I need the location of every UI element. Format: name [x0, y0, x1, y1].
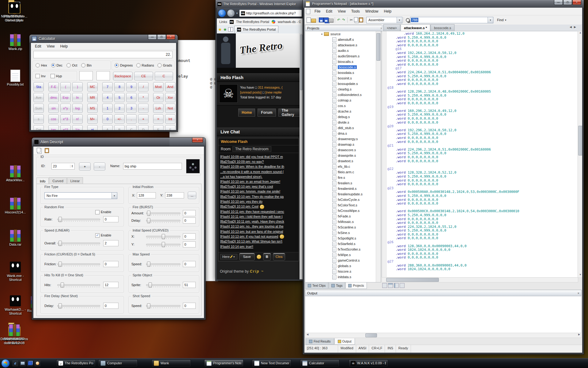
link-retrobytes[interactable]: The RetroBytes Portal	[236, 20, 269, 24]
calc-key-D[interactable]: D	[138, 125, 149, 130]
calc-key-F[interactable]: F	[165, 125, 175, 130]
checkbox-hyp[interactable]: Hyp	[51, 74, 62, 78]
tree-item-gameControl_s[interactable]: gameControl.s	[305, 258, 381, 263]
hits-value[interactable]: 12	[103, 282, 119, 288]
calc-key-A[interactable]: A	[102, 125, 113, 130]
friction-value[interactable]: 0	[103, 261, 119, 267]
dock-icon[interactable]	[400, 283, 405, 288]
desktop-icon-wank-zip[interactable]: Wank.zip	[2, 34, 28, 51]
calc-key-MR[interactable]: MR	[87, 93, 98, 102]
tree-item-clearbg_s[interactable]: clearbg.s	[305, 86, 381, 92]
calc-key-log[interactable]: log	[72, 104, 83, 113]
calc-key-Mod[interactable]: Mod	[153, 82, 164, 91]
menu-window[interactable]: Window	[363, 8, 381, 14]
smiley-icon[interactable]	[257, 255, 261, 259]
find-button[interactable]: Find▼	[497, 18, 507, 22]
id-spinner[interactable]: 23 ▲▼	[51, 163, 75, 170]
favorites-star-icon[interactable]: ★	[218, 27, 222, 32]
calc-key-7[interactable]: 7	[102, 82, 113, 91]
copy-icon[interactable]	[354, 17, 359, 22]
find-icon[interactable]	[405, 17, 410, 22]
menu-help[interactable]: Help	[381, 8, 394, 14]
backspace-button[interactable]: Backspace	[113, 72, 133, 80]
tree-item-bossupdate_s[interactable]: bossupdate.s	[305, 81, 381, 86]
close-button[interactable]: ×	[192, 138, 203, 143]
chat-message[interactable]: [Flash] 10:11 pm: they have requested i …	[220, 209, 297, 214]
calc-key-And[interactable]: And	[165, 82, 175, 91]
save-icon[interactable]	[319, 17, 324, 22]
tree-item-dma_s[interactable]: dma.s	[305, 131, 381, 136]
tree-item-fxColorText_s[interactable]: fxColorText.s	[305, 202, 381, 208]
close-button[interactable]: ×	[572, 0, 581, 5]
tree-item-bossdata_s[interactable]: bossdata.s	[305, 70, 381, 75]
save-button[interactable]: Save	[239, 253, 255, 260]
desktop-icon-hiscore2-14[interactable]: Hiscore2(14...	[2, 198, 28, 214]
calc-key-pi[interactable]: pi	[87, 125, 98, 130]
calc-key-5[interactable]: 5	[114, 93, 125, 102]
calc-key-_[interactable]: )	[72, 82, 83, 91]
taskbar-button-computer[interactable]: Computer	[98, 359, 138, 367]
name-field[interactable]: big ship	[123, 163, 182, 170]
friction-slider[interactable]	[57, 261, 100, 267]
tab-info[interactable]: Info	[36, 178, 49, 184]
quicklaunch-ie-icon[interactable]: e	[12, 360, 18, 366]
output-tab-output[interactable]: Output	[334, 338, 355, 345]
tree-item-fxSpotlight_s[interactable]: fxSpotlight.s	[305, 236, 381, 241]
link-warhawk[interactable]: warhawk-ds - G	[278, 20, 301, 24]
radio-bin[interactable]: Bin	[81, 63, 92, 67]
calc-key-C[interactable]: C	[126, 125, 137, 130]
checkbox-inv[interactable]: Inv	[36, 74, 46, 78]
code-editor[interactable]: .word 160,264,2,1024,0,49,12,0 .word 5,2…	[382, 31, 578, 278]
new-file-icon[interactable]	[306, 17, 311, 22]
tree-item-attackwave_s[interactable]: attackwave.s	[305, 42, 381, 48]
calc-key-_[interactable]: +	[138, 114, 149, 124]
calc-key-M_[interactable]: M+	[87, 114, 98, 124]
calc-key-Dat[interactable]: Dat	[33, 125, 44, 130]
desktop-icon-test-exe[interactable]: test.exe	[0, 2, 28, 18]
maximize-button[interactable]: □	[157, 35, 166, 40]
calc-key-1[interactable]: 1	[102, 104, 113, 113]
overall-value[interactable]: 2	[103, 240, 119, 246]
desktop-icon-possibly-txt[interactable]: Possibly.txt	[2, 70, 28, 86]
calculator-titlebar[interactable]: Calculator — □ ×	[29, 35, 178, 43]
minimize-button[interactable]: —	[554, 0, 563, 5]
chat-message[interactable]: [BaDToaD] 10:10 pm: jeez that's cool	[220, 184, 297, 189]
burst-amount-value[interactable]: 0	[183, 210, 196, 216]
chat-log[interactable]: [Flash] 10:09 pm: did you heat that PPOT…	[218, 153, 299, 250]
initial-speed-y-slider[interactable]	[146, 241, 180, 247]
fire-type-dropdown[interactable]: No Fire▼	[44, 192, 117, 199]
initial-x-field[interactable]: 128	[137, 192, 156, 198]
back-button[interactable]: ←	[218, 9, 226, 17]
taskbar-button-new-text-documen[interactable]: New Text Documen...	[252, 359, 291, 367]
menu-help[interactable]: Help	[57, 43, 70, 49]
chat-message[interactable]: [Flash] 10:09 pm: When is the deadline f…	[220, 164, 297, 169]
paste-icon[interactable]	[44, 148, 49, 153]
redo-icon[interactable]: ↷	[341, 17, 346, 22]
tree-item-fxColorCycle_s[interactable]: fxColorCycle.s	[305, 197, 381, 202]
initial-y-field[interactable]: 238	[165, 192, 184, 198]
taskbar-button-w-a-n-k-v1-0-09-by[interactable]: ☠W.A.N.K v1.0.09 - By...	[349, 359, 388, 367]
tree-item-divide_s[interactable]: divide.s	[305, 120, 381, 125]
tree-item-fxFade_s[interactable]: fxFade.s	[305, 213, 381, 219]
paste-icon[interactable]	[359, 17, 364, 22]
tree-root-source[interactable]: ▾ source	[305, 31, 381, 37]
calc-key-Not[interactable]: Not	[165, 104, 175, 113]
calc-key-F_E[interactable]: F-E	[48, 82, 59, 91]
tab-curved[interactable]: Curved	[49, 177, 66, 184]
tree-item-drawtext_s[interactable]: drawtext.s	[305, 158, 381, 164]
tree-item-fxMosaic_s[interactable]: fxMosaic.s	[305, 219, 381, 224]
chat-message[interactable]: [Flash] 10:13 pm: no.. they are touring …	[220, 224, 297, 229]
chat-message[interactable]: [Flash] 10:13 pm: if you had not guessed	[220, 234, 297, 239]
initial-speed-x-value[interactable]: 0	[183, 233, 196, 240]
menu-tools[interactable]: Tools	[349, 8, 363, 14]
radio-grads[interactable]: Grads	[157, 63, 172, 67]
maximize-button[interactable]: □	[563, 0, 572, 5]
chat-message[interactable]: [BaDToaD] 10:10 pm: They do realise the …	[220, 194, 297, 199]
calc-key-Sta[interactable]: Sta	[33, 82, 44, 91]
tree-item-bioscalls_s[interactable]: bioscalls.s	[305, 59, 381, 64]
site-nav-the-gallery[interactable]: The Gallery	[278, 109, 300, 117]
tree-item-firealieninit_s[interactable]: firealieninit.s	[305, 186, 381, 191]
calc-key-n_[interactable]: n!	[72, 114, 83, 124]
calc-key-Exp[interactable]: Exp	[60, 93, 71, 102]
tree-item-firealienupdate_s[interactable]: firealienupdate.s	[305, 191, 381, 197]
